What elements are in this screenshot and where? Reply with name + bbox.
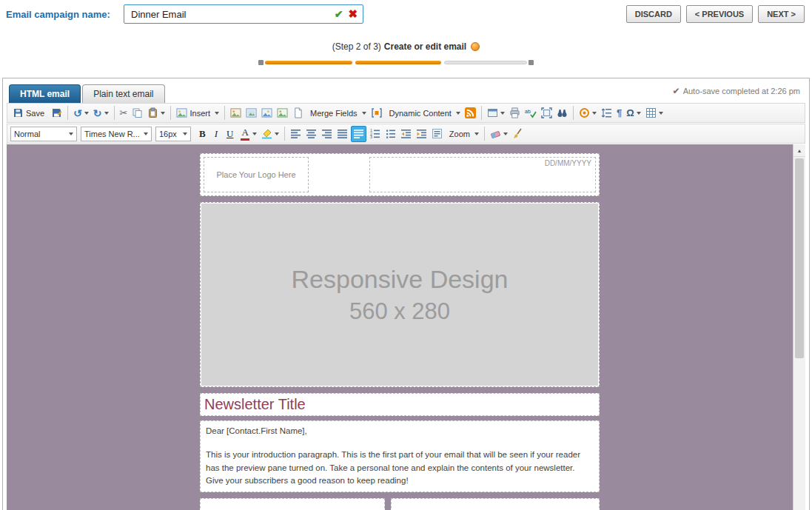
svg-text:3: 3: [370, 135, 372, 139]
align-center-icon[interactable]: [304, 126, 318, 142]
email-body-block[interactable]: Dear [Contact.First Name], This is your …: [200, 420, 600, 492]
email-template[interactable]: Place Your Logo Here DD/MM/YYYY Responsi…: [200, 153, 600, 510]
greeting-text: Dear [Contact.First Name],: [206, 425, 594, 438]
logo-placeholder[interactable]: Place Your Logo Here: [204, 157, 309, 192]
redo-icon: ↻: [93, 108, 102, 118]
email-canvas-area[interactable]: Place Your Logo Here DD/MM/YYYY Responsi…: [7, 144, 793, 510]
tab-html-email[interactable]: HTML email: [9, 84, 81, 103]
photo-library-icon[interactable]: [275, 105, 289, 121]
dynamic-content-button[interactable]: Dynamic Content: [386, 105, 462, 121]
font-color-button[interactable]: A: [238, 126, 258, 142]
chevron-down-icon: [183, 132, 187, 135]
next-button[interactable]: NEXT >: [758, 5, 805, 23]
step-progress-bar: [258, 59, 538, 65]
merge-fields-button[interactable]: Merge Fields: [306, 105, 368, 121]
print-icon[interactable]: [508, 105, 522, 121]
step-title: Create or edit email: [384, 41, 466, 52]
paragraph-format-value: Normal: [14, 130, 40, 138]
chevron-down-icon: [144, 132, 148, 135]
chevron-down-icon: [362, 112, 366, 115]
insert-button[interactable]: Insert: [175, 105, 221, 121]
chevron-down-icon: [659, 112, 663, 115]
font-family-select[interactable]: Times New R...: [81, 127, 152, 141]
save-button[interactable]: Save: [11, 105, 48, 121]
cancel-x-icon[interactable]: ✖: [348, 7, 358, 21]
line-spacing-icon[interactable]: [600, 105, 614, 121]
edit-image-icon[interactable]: [244, 105, 258, 121]
rss-icon[interactable]: [463, 105, 477, 121]
paragraph-icon[interactable]: ¶: [615, 105, 623, 121]
previous-button[interactable]: < PREVIOUS: [686, 5, 753, 23]
italic-button[interactable]: I: [211, 126, 221, 142]
align-justify-icon[interactable]: [335, 126, 349, 142]
cut-icon[interactable]: ✂: [118, 105, 130, 121]
newsletter-title[interactable]: Newsletter Title: [200, 393, 600, 416]
special-character-button[interactable]: Ω: [625, 105, 642, 121]
format-brush-icon[interactable]: [511, 126, 525, 142]
progress-segment-1[interactable]: [265, 61, 352, 64]
progress-segment-3[interactable]: [444, 61, 527, 64]
campaign-name-input[interactable]: [130, 8, 332, 21]
scroll-up-icon[interactable]: ▲: [793, 144, 805, 157]
omega-icon: Ω: [626, 108, 634, 118]
help-icon[interactable]: [471, 42, 480, 51]
insert-window-button[interactable]: [486, 105, 506, 121]
copy-icon[interactable]: [130, 105, 144, 121]
undo-button[interactable]: ↺: [72, 105, 90, 121]
underline-button[interactable]: U: [223, 126, 237, 142]
indent-icon[interactable]: [415, 126, 429, 142]
date-placeholder[interactable]: DD/MM/YYYY: [369, 157, 596, 192]
editor-tabs: HTML email Plain text email: [9, 84, 165, 103]
table-button[interactable]: [644, 105, 665, 121]
fullscreen-icon[interactable]: [540, 105, 554, 121]
progress-segment-2[interactable]: [355, 61, 441, 64]
insert-image-icon[interactable]: [229, 105, 243, 121]
bottom-left-block[interactable]: [200, 498, 385, 510]
chevron-down-icon: [500, 112, 505, 115]
highlight-button[interactable]: [260, 126, 281, 142]
find-icon[interactable]: [555, 105, 569, 121]
image-gallery-icon[interactable]: [260, 105, 274, 121]
outdent-icon[interactable]: [399, 126, 413, 142]
chevron-down-icon: [456, 112, 460, 115]
editor-panel: HTML email Plain text email ✔Auto-save c…: [2, 78, 810, 510]
font-family-value: Times New R...: [84, 130, 140, 138]
paragraph-format-select[interactable]: Normal: [10, 127, 77, 141]
toolbar-row-2: Normal Times New R... 16px B I U A: [7, 124, 805, 144]
target-button[interactable]: [577, 105, 598, 121]
font-size-select[interactable]: 16px: [155, 127, 191, 141]
tab-plain-text-email[interactable]: Plain text email: [82, 84, 164, 103]
remove-format-button[interactable]: [489, 126, 509, 142]
confirm-check-icon[interactable]: ✔: [335, 8, 343, 20]
chevron-down-icon: [84, 112, 89, 115]
spellcheck-icon[interactable]: ab: [523, 105, 538, 121]
redo-button[interactable]: ↻: [92, 105, 110, 121]
separator: [114, 106, 115, 120]
campaign-name-label: Email campaign name:: [6, 9, 110, 20]
email-campaign-editor: Email campaign name: ✔ ✖ DISCARD < PREVI…: [0, 0, 812, 510]
chevron-down-icon: [474, 132, 479, 135]
discard-button[interactable]: DISCARD: [626, 5, 681, 23]
blockquote-icon[interactable]: [430, 126, 444, 142]
hero-image-placeholder[interactable]: Responsive Design 560 x 280: [201, 204, 598, 386]
email-header-block[interactable]: Place Your Logo Here DD/MM/YYYY: [200, 153, 600, 196]
align-right-icon[interactable]: [320, 126, 334, 142]
save-as-icon[interactable]: [50, 105, 64, 121]
font-size-value: 16px: [159, 130, 177, 138]
placeholder-line-2: 560 x 280: [349, 298, 450, 325]
text-direction-icon[interactable]: [351, 126, 366, 142]
scrollbar-thumb[interactable]: [795, 158, 804, 358]
intro-paragraph: This is your introduction paragraph. Thi…: [206, 449, 594, 488]
bullet-list-icon[interactable]: [383, 126, 397, 142]
bold-button[interactable]: B: [195, 126, 209, 142]
document-icon[interactable]: [291, 105, 305, 121]
paste-button[interactable]: [146, 105, 167, 121]
canvas-scrollbar[interactable]: ▲: [793, 144, 805, 510]
numbered-list-icon[interactable]: 123: [368, 126, 382, 142]
bottom-right-block[interactable]: [391, 498, 600, 510]
email-hero-block[interactable]: Responsive Design 560 x 280: [200, 202, 600, 387]
zoom-select[interactable]: Zoom: [446, 126, 480, 142]
align-left-icon[interactable]: [289, 126, 303, 142]
chevron-down-icon: [275, 132, 279, 135]
dynamic-content-icon[interactable]: [369, 105, 384, 121]
